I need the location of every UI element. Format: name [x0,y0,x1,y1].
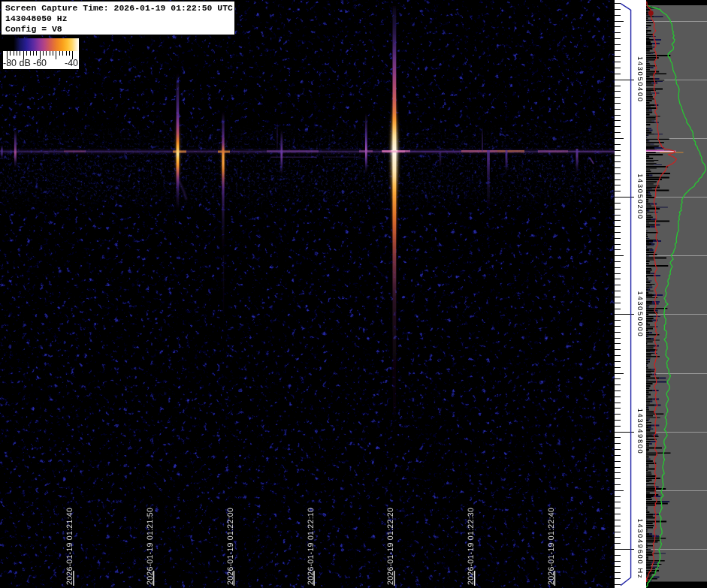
svg-text:2026-01-19 01:21:50: 2026-01-19 01:21:50 [146,508,155,585]
svg-text:2026-01-19 01:21:40: 2026-01-19 01:21:40 [65,508,74,585]
svg-text:143049600 Hz: 143049600 Hz [636,519,644,580]
svg-text:2026-01-19 01:22:30: 2026-01-19 01:22:30 [467,508,476,585]
svg-text:2026-01-19 01:22:20: 2026-01-19 01:22:20 [386,508,395,585]
svg-text:143050200: 143050200 [636,173,644,220]
svg-text:2026-01-19 01:22:40: 2026-01-19 01:22:40 [547,508,556,585]
svg-text:143049800: 143049800 [636,409,644,455]
svg-text:143050400: 143050400 [636,56,644,103]
svg-text:2026-01-19 01:22:10: 2026-01-19 01:22:10 [307,508,316,585]
svg-text:2026-01-19 01:22:00: 2026-01-19 01:22:00 [226,508,235,585]
svg-text:143050000: 143050000 [636,291,644,338]
